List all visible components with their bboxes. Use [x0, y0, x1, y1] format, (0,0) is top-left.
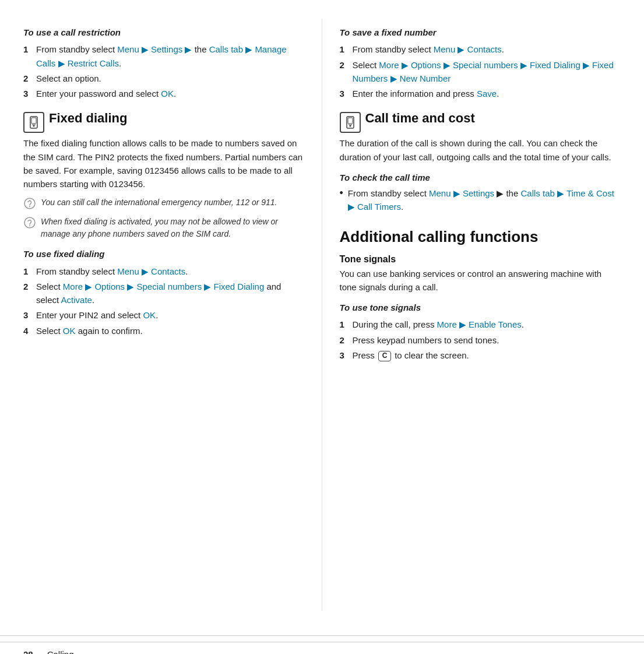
tip-icon-2	[23, 216, 36, 229]
tip-icon-1	[23, 197, 36, 210]
call-time-cost-title: Call time and cost	[365, 111, 475, 126]
check-call-time-heading: To check the call time	[340, 171, 621, 184]
svg-point-8	[29, 226, 30, 227]
save-fixed-steps: 1 From standby select Menu ▶ Contacts. 2…	[340, 43, 621, 100]
restriction-step-1: 1 From standby select Menu ▶ Settings ▶ …	[23, 43, 304, 70]
svg-rect-1	[31, 118, 36, 124]
use-fixed-step-4: 4 Select OK again to confirm.	[23, 324, 304, 337]
restriction-steps: 1 From standby select Menu ▶ Settings ▶ …	[23, 43, 304, 100]
left-column: To use a call restriction 1 From standby…	[23, 19, 322, 611]
phone-icon	[27, 116, 40, 129]
tone-step-3: 3 Press C to clear the screen.	[340, 349, 621, 362]
additional-calling-title: Additional calling functions	[340, 228, 621, 246]
save-fixed-step-1: 1 From standby select Menu ▶ Contacts.	[340, 43, 621, 56]
call-time-icon	[340, 112, 361, 133]
check-call-time-steps: From standby select Menu ▶ Settings ▶ th…	[340, 187, 621, 214]
tone-step-1: 1 During the call, press More ▶ Enable T…	[340, 318, 621, 331]
save-fixed-step-3: 3 Enter the information and press Save.	[340, 87, 621, 100]
page-chapter: Calling	[47, 649, 74, 654]
tone-signals-body: You can use banking services or control …	[340, 267, 621, 294]
tone-signals-subtitle: Tone signals	[340, 254, 621, 265]
tip-fixed-dialing-text: When fixed dialing is activated, you may…	[41, 216, 304, 240]
page-number: 28	[23, 649, 33, 654]
call-time-cost-header: Call time and cost	[340, 111, 621, 133]
fixed-dialing-body: The fixed dialing function allows calls …	[23, 136, 304, 191]
page-footer: 28 Calling	[0, 642, 644, 654]
tip-fixed-dialing-warning: When fixed dialing is activated, you may…	[23, 216, 304, 240]
tip-emergency-text: You can still call the international eme…	[41, 196, 277, 210]
restriction-step-2: 2 Select an option.	[23, 72, 304, 85]
restriction-heading: To use a call restriction	[23, 26, 304, 39]
svg-rect-10	[348, 118, 353, 124]
tone-signals-steps: 1 During the call, press More ▶ Enable T…	[340, 318, 621, 362]
use-fixed-step-3: 3 Enter your PIN2 and select OK.	[23, 308, 304, 322]
fixed-dialing-icon	[23, 112, 44, 133]
fixed-dialing-title: Fixed dialing	[49, 111, 127, 126]
svg-point-2	[33, 125, 35, 127]
svg-point-11	[349, 125, 351, 127]
footer-divider	[0, 635, 644, 636]
use-fixed-dialing-steps: 1 From standby select Menu ▶ Contacts. 2…	[23, 265, 304, 337]
c-button: C	[378, 351, 391, 361]
call-time-cost-body: The duration of the call is shown during…	[340, 136, 621, 164]
use-fixed-dialing-heading: To use fixed dialing	[23, 247, 304, 261]
page-content: To use a call restriction 1 From standby…	[0, 0, 644, 630]
tip-emergency: You can still call the international eme…	[23, 196, 304, 210]
fixed-dialing-header: Fixed dialing	[23, 111, 304, 133]
use-tone-signals-heading: To use tone signals	[340, 301, 621, 314]
use-fixed-step-2: 2 Select More ▶ Options ▶ Special number…	[23, 280, 304, 307]
svg-point-6	[29, 206, 30, 208]
use-fixed-step-1: 1 From standby select Menu ▶ Contacts.	[23, 265, 304, 278]
clock-phone-icon	[344, 116, 357, 129]
check-call-time-item: From standby select Menu ▶ Settings ▶ th…	[340, 187, 621, 214]
restriction-step-3: 3 Enter your password and select OK.	[23, 87, 304, 100]
tone-step-2: 2 Press keypad numbers to send tones.	[340, 333, 621, 347]
right-column: To save a fixed number 1 From standby se…	[322, 19, 621, 611]
save-fixed-step-2: 2 Select More ▶ Options ▶ Special number…	[340, 58, 621, 86]
save-fixed-heading: To save a fixed number	[340, 26, 621, 39]
